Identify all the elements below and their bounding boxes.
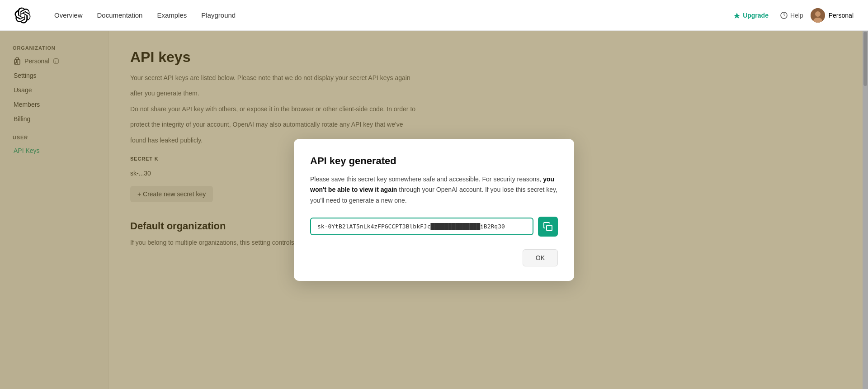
ok-button[interactable]: OK [523,249,558,266]
help-button[interactable]: ? Help [780,12,803,19]
svg-marker-0 [734,13,740,19]
app-wrapper: Overview Documentation Examples Playgrou… [0,0,868,389]
key-field-row [310,217,558,237]
nav-examples[interactable]: Examples [151,8,192,23]
nav-documentation[interactable]: Documentation [92,8,148,23]
copy-key-button[interactable] [538,217,558,237]
svg-rect-10 [547,225,552,231]
personal-menu[interactable]: Personal [811,8,854,23]
copy-icon [543,222,553,232]
nav-right: Upgrade ? Help Personal [729,8,854,23]
modal-description: Please save this secret key somewhere sa… [310,174,558,205]
logo-icon[interactable] [14,7,31,24]
nav-playground[interactable]: Playground [196,8,241,23]
modal-title: API key generated [310,155,558,167]
svg-point-4 [815,11,821,17]
upgrade-icon [734,12,740,19]
upgrade-button[interactable]: Upgrade [729,9,773,22]
modal-actions: OK [310,249,558,266]
avatar [811,8,825,23]
modal-overlay: API key generated Please save this secre… [0,31,868,389]
api-key-generated-modal: API key generated Please save this secre… [294,139,574,280]
nav-links: Overview Documentation Examples Playgrou… [49,8,715,23]
svg-text:?: ? [783,13,785,18]
help-icon: ? [780,12,788,19]
nav-overview[interactable]: Overview [49,8,88,23]
top-nav: Overview Documentation Examples Playgrou… [0,0,868,31]
api-key-input[interactable] [310,218,533,235]
